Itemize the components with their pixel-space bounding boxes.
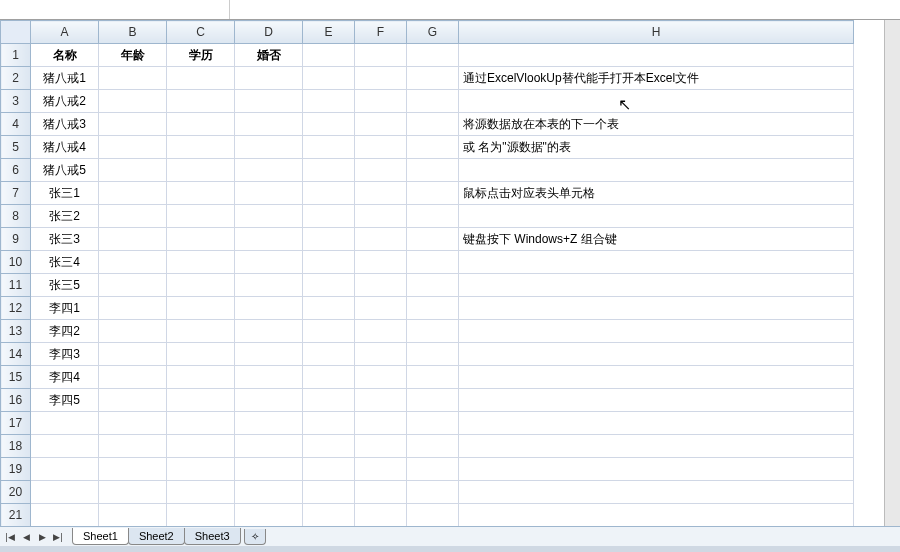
- cell-F21[interactable]: [355, 504, 407, 527]
- cell-B13[interactable]: [99, 320, 167, 343]
- cell-D6[interactable]: [235, 159, 303, 182]
- row-header-17[interactable]: 17: [1, 412, 31, 435]
- cell-C19[interactable]: [167, 458, 235, 481]
- cell-B16[interactable]: [99, 389, 167, 412]
- cell-H11[interactable]: [459, 274, 854, 297]
- new-sheet-button[interactable]: ✧: [244, 529, 266, 545]
- cell-F19[interactable]: [355, 458, 407, 481]
- vertical-scrollbar[interactable]: [884, 20, 900, 526]
- cell-E16[interactable]: [303, 389, 355, 412]
- cell-G20[interactable]: [407, 481, 459, 504]
- cell-D21[interactable]: [235, 504, 303, 527]
- cell-A13[interactable]: 李四2: [31, 320, 99, 343]
- row-header-14[interactable]: 14: [1, 343, 31, 366]
- cell-H15[interactable]: [459, 366, 854, 389]
- row-header-16[interactable]: 16: [1, 389, 31, 412]
- cell-A5[interactable]: 猪八戒4: [31, 136, 99, 159]
- cell-D19[interactable]: [235, 458, 303, 481]
- cell-C1[interactable]: 学历: [167, 44, 235, 67]
- row-header-18[interactable]: 18: [1, 435, 31, 458]
- cell-F13[interactable]: [355, 320, 407, 343]
- cell-D4[interactable]: [235, 113, 303, 136]
- cell-B12[interactable]: [99, 297, 167, 320]
- cell-B1[interactable]: 年龄: [99, 44, 167, 67]
- cell-D20[interactable]: [235, 481, 303, 504]
- cell-B18[interactable]: [99, 435, 167, 458]
- cell-D16[interactable]: [235, 389, 303, 412]
- cell-G12[interactable]: [407, 297, 459, 320]
- row-header-6[interactable]: 6: [1, 159, 31, 182]
- sheet-tab-sheet2[interactable]: Sheet2: [128, 528, 185, 545]
- cell-H18[interactable]: [459, 435, 854, 458]
- cell-C21[interactable]: [167, 504, 235, 527]
- cell-H1[interactable]: [459, 44, 854, 67]
- cell-D3[interactable]: [235, 90, 303, 113]
- cell-G5[interactable]: [407, 136, 459, 159]
- cell-F2[interactable]: [355, 67, 407, 90]
- cell-A1[interactable]: 名称: [31, 44, 99, 67]
- row-header-19[interactable]: 19: [1, 458, 31, 481]
- cell-F14[interactable]: [355, 343, 407, 366]
- cell-B7[interactable]: [99, 182, 167, 205]
- cell-G2[interactable]: [407, 67, 459, 90]
- column-header-G[interactable]: G: [407, 21, 459, 44]
- cell-E20[interactable]: [303, 481, 355, 504]
- cell-D2[interactable]: [235, 67, 303, 90]
- cell-E18[interactable]: [303, 435, 355, 458]
- cell-B19[interactable]: [99, 458, 167, 481]
- cell-B15[interactable]: [99, 366, 167, 389]
- cell-G9[interactable]: [407, 228, 459, 251]
- cell-C13[interactable]: [167, 320, 235, 343]
- cell-B5[interactable]: [99, 136, 167, 159]
- cell-H19[interactable]: [459, 458, 854, 481]
- column-header-C[interactable]: C: [167, 21, 235, 44]
- cell-A14[interactable]: 李四3: [31, 343, 99, 366]
- cell-H4[interactable]: 将源数据放在本表的下一个表: [459, 113, 854, 136]
- cell-G16[interactable]: [407, 389, 459, 412]
- row-header-15[interactable]: 15: [1, 366, 31, 389]
- cell-E9[interactable]: [303, 228, 355, 251]
- cell-A3[interactable]: 猪八戒2: [31, 90, 99, 113]
- cell-D17[interactable]: [235, 412, 303, 435]
- cell-C2[interactable]: [167, 67, 235, 90]
- cell-H12[interactable]: [459, 297, 854, 320]
- cell-F9[interactable]: [355, 228, 407, 251]
- cell-D8[interactable]: [235, 205, 303, 228]
- row-header-21[interactable]: 21: [1, 504, 31, 527]
- cell-B21[interactable]: [99, 504, 167, 527]
- cell-F4[interactable]: [355, 113, 407, 136]
- cell-G19[interactable]: [407, 458, 459, 481]
- cell-C20[interactable]: [167, 481, 235, 504]
- cell-G10[interactable]: [407, 251, 459, 274]
- cell-H16[interactable]: [459, 389, 854, 412]
- cell-E6[interactable]: [303, 159, 355, 182]
- cell-B8[interactable]: [99, 205, 167, 228]
- cell-D7[interactable]: [235, 182, 303, 205]
- tab-nav-first[interactable]: |◀: [2, 529, 18, 545]
- cell-B4[interactable]: [99, 113, 167, 136]
- cell-F15[interactable]: [355, 366, 407, 389]
- cell-F16[interactable]: [355, 389, 407, 412]
- row-header-9[interactable]: 9: [1, 228, 31, 251]
- cell-D10[interactable]: [235, 251, 303, 274]
- cell-G7[interactable]: [407, 182, 459, 205]
- row-header-1[interactable]: 1: [1, 44, 31, 67]
- cell-E3[interactable]: [303, 90, 355, 113]
- cell-E4[interactable]: [303, 113, 355, 136]
- cell-E14[interactable]: [303, 343, 355, 366]
- cell-C3[interactable]: [167, 90, 235, 113]
- cell-E5[interactable]: [303, 136, 355, 159]
- tab-nav-prev[interactable]: ◀: [18, 529, 34, 545]
- cell-H10[interactable]: [459, 251, 854, 274]
- cell-D15[interactable]: [235, 366, 303, 389]
- column-header-F[interactable]: F: [355, 21, 407, 44]
- cell-E10[interactable]: [303, 251, 355, 274]
- cell-A12[interactable]: 李四1: [31, 297, 99, 320]
- cell-G3[interactable]: [407, 90, 459, 113]
- cell-A6[interactable]: 猪八戒5: [31, 159, 99, 182]
- cell-E13[interactable]: [303, 320, 355, 343]
- cell-D14[interactable]: [235, 343, 303, 366]
- row-header-11[interactable]: 11: [1, 274, 31, 297]
- cell-G1[interactable]: [407, 44, 459, 67]
- cell-C15[interactable]: [167, 366, 235, 389]
